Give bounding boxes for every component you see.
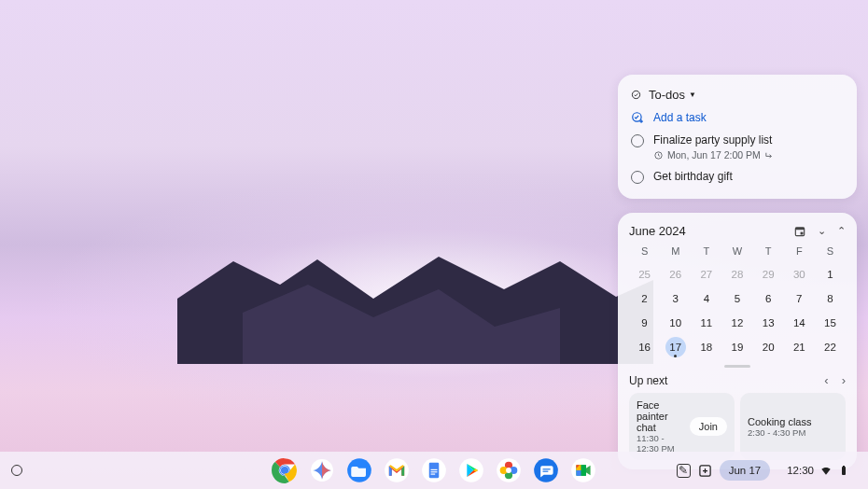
dow-cell: S bbox=[629, 245, 660, 257]
day-cell[interactable]: 26 bbox=[660, 262, 691, 286]
task-radio[interactable] bbox=[631, 134, 644, 147]
day-cell[interactable]: 13 bbox=[753, 311, 784, 335]
day-cell[interactable]: 9 bbox=[629, 311, 660, 335]
task-item[interactable]: Finalize party supply listMon, Jun 17 2:… bbox=[631, 133, 844, 161]
day-cell[interactable]: 2 bbox=[629, 286, 660, 311]
calendar-panel: June 2024 ⌄ ⌃ SMTWTFS 252627282930123456… bbox=[618, 213, 857, 469]
app-docs-icon[interactable] bbox=[421, 457, 447, 483]
todos-panel: To-dos ▼ Add a task Finalize party suppl… bbox=[618, 75, 857, 199]
day-cell[interactable]: 15 bbox=[815, 311, 846, 335]
shelf-time-text: 12:30 bbox=[787, 465, 814, 476]
calendar-collapse-icon[interactable]: ⌄ bbox=[818, 225, 826, 237]
stylus-tools-icon[interactable]: ✎ bbox=[677, 464, 691, 478]
add-task-label: Add a task bbox=[653, 111, 707, 124]
open-calendar-icon[interactable] bbox=[793, 225, 806, 238]
day-cell[interactable]: 7 bbox=[784, 286, 815, 311]
day-cell[interactable]: 11 bbox=[691, 311, 721, 335]
app-meet-icon[interactable] bbox=[570, 457, 596, 483]
battery-icon bbox=[838, 464, 849, 477]
todos-header[interactable]: To-dos ▼ bbox=[631, 88, 844, 102]
svg-rect-15 bbox=[431, 469, 438, 470]
day-cell[interactable]: 20 bbox=[753, 335, 784, 359]
day-cell[interactable]: 19 bbox=[721, 335, 752, 359]
day-cell[interactable]: 4 bbox=[691, 286, 721, 311]
day-cell[interactable]: 3 bbox=[660, 286, 691, 311]
event-title: Face painter chat bbox=[637, 399, 684, 433]
app-photos-icon[interactable] bbox=[496, 457, 522, 483]
drag-handle[interactable] bbox=[724, 365, 750, 368]
day-cell[interactable]: 16 bbox=[629, 335, 660, 359]
dow-cell: T bbox=[753, 245, 784, 257]
event-title: Cooking class bbox=[748, 416, 838, 427]
svg-rect-27 bbox=[543, 471, 549, 472]
add-task-button[interactable]: Add a task bbox=[631, 111, 844, 124]
upnext-next-icon[interactable]: › bbox=[842, 373, 846, 387]
task-date: Mon, Jun 17 2:00 PM bbox=[653, 149, 775, 161]
dow-cell: S bbox=[815, 245, 846, 257]
day-cell[interactable]: 27 bbox=[691, 262, 721, 286]
day-cell[interactable]: 17 bbox=[660, 335, 691, 359]
svg-rect-4 bbox=[795, 227, 804, 229]
svg-rect-31 bbox=[576, 470, 581, 476]
task-title: Finalize party supply list bbox=[653, 133, 775, 147]
day-cell[interactable]: 25 bbox=[629, 262, 660, 286]
wifi-icon bbox=[819, 464, 833, 477]
day-cell[interactable]: 28 bbox=[721, 262, 752, 286]
event-time: 2:30 - 4:30 PM bbox=[748, 427, 838, 438]
shelf-date-pill[interactable]: Jun 17 bbox=[720, 460, 771, 481]
day-cell[interactable]: 30 bbox=[784, 262, 815, 286]
add-desk-icon[interactable] bbox=[698, 464, 712, 478]
app-play-icon[interactable] bbox=[458, 457, 484, 483]
day-cell[interactable]: 21 bbox=[784, 335, 815, 359]
day-cell[interactable]: 29 bbox=[753, 262, 784, 286]
svg-rect-32 bbox=[581, 465, 586, 476]
day-cell[interactable]: 1 bbox=[815, 262, 846, 286]
task-radio[interactable] bbox=[631, 171, 644, 184]
event-card[interactable]: Face painter chat11:30 - 12:30 PMJoin bbox=[629, 393, 735, 460]
add-task-icon bbox=[631, 111, 644, 124]
svg-rect-34 bbox=[842, 467, 846, 475]
system-tray: ✎ Jun 17 12:30 bbox=[677, 459, 859, 482]
status-area[interactable]: 12:30 bbox=[777, 459, 859, 482]
calendar-expand-icon[interactable]: ⌃ bbox=[837, 225, 846, 237]
day-cell[interactable]: 5 bbox=[721, 286, 752, 311]
todos-title: To-dos bbox=[649, 88, 685, 102]
day-cell[interactable]: 22 bbox=[815, 335, 846, 359]
shelf: ✎ Jun 17 12:30 bbox=[0, 452, 868, 489]
day-cell[interactable]: 12 bbox=[721, 311, 752, 335]
day-cell[interactable]: 6 bbox=[753, 286, 784, 311]
app-files-icon[interactable] bbox=[346, 457, 372, 483]
svg-rect-5 bbox=[801, 231, 804, 234]
svg-rect-16 bbox=[431, 471, 438, 472]
app-gemini-icon[interactable] bbox=[309, 457, 335, 483]
launcher-button[interactable] bbox=[11, 465, 22, 476]
svg-rect-17 bbox=[431, 474, 436, 475]
day-cell[interactable]: 14 bbox=[784, 311, 815, 335]
svg-point-9 bbox=[281, 467, 288, 474]
calendar-month-label: June 2024 bbox=[629, 224, 686, 238]
dow-cell: T bbox=[691, 245, 721, 257]
dow-cell: M bbox=[660, 245, 691, 257]
day-cell[interactable]: 8 bbox=[815, 286, 846, 311]
event-card[interactable]: Cooking class2:30 - 4:30 PM bbox=[740, 393, 846, 460]
svg-point-24 bbox=[506, 468, 511, 473]
day-cell[interactable]: 10 bbox=[660, 311, 691, 335]
svg-point-0 bbox=[632, 91, 639, 98]
svg-rect-35 bbox=[843, 466, 845, 468]
app-gmail-icon[interactable] bbox=[384, 457, 410, 483]
dow-cell: F bbox=[784, 245, 815, 257]
join-button[interactable]: Join bbox=[690, 417, 727, 436]
day-cell[interactable]: 18 bbox=[691, 335, 721, 359]
svg-rect-26 bbox=[543, 468, 551, 469]
shelf-date-text: Jun 17 bbox=[729, 465, 762, 476]
task-title: Get birthday gift bbox=[653, 170, 733, 183]
calendar-dow-row: SMTWTFS bbox=[629, 245, 846, 257]
task-item[interactable]: Get birthday gift bbox=[631, 170, 844, 184]
event-time: 11:30 - 12:30 PM bbox=[637, 433, 684, 454]
dow-cell: W bbox=[721, 245, 752, 257]
app-messages-icon[interactable] bbox=[533, 457, 559, 483]
upnext-prev-icon[interactable]: ‹ bbox=[824, 373, 828, 387]
chevron-down-icon: ▼ bbox=[689, 91, 696, 99]
upnext-label: Up next bbox=[629, 374, 667, 387]
app-chrome-icon[interactable] bbox=[272, 457, 298, 483]
